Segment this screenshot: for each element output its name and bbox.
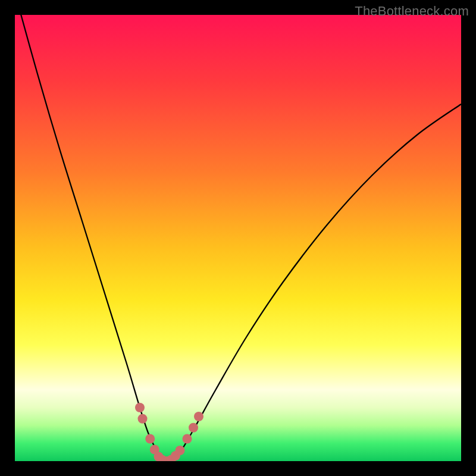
highlight-dot [176, 446, 185, 455]
highlight-dot [138, 414, 148, 424]
highlight-dot [194, 412, 203, 421]
watermark-text: TheBottleneck.com [355, 4, 469, 19]
highlight-dot [183, 434, 192, 444]
highlight-dot [189, 423, 198, 433]
chart-area [15, 15, 461, 461]
bottleneck-curve [15, 15, 461, 461]
highlight-dot [145, 434, 155, 444]
highlight-dot [135, 403, 145, 412]
